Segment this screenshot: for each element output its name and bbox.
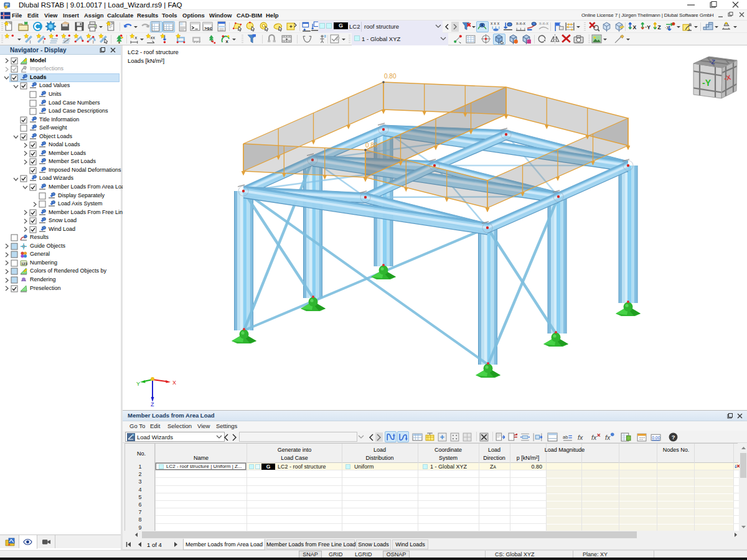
svg-text:X: X	[172, 380, 176, 386]
svg-text:Z: Z	[658, 24, 661, 30]
svg-text:x x x: x x x	[491, 21, 500, 26]
svg-text:0.80: 0.80	[365, 142, 378, 149]
svg-text:Loads [kN/m²]: Loads [kN/m²]	[128, 57, 164, 64]
svg-text:I: I	[43, 39, 44, 44]
svg-text:Z: Z	[151, 401, 154, 408]
svg-text:·X: ·X	[665, 25, 669, 30]
svg-text:-Z: -Z	[709, 58, 716, 65]
svg-text:x: x	[226, 39, 229, 44]
svg-text:·Y: ·Y	[646, 24, 651, 30]
svg-text:123: 123	[21, 261, 27, 265]
svg-text:X: X	[633, 24, 637, 30]
svg-text:fx: fx	[605, 434, 611, 441]
svg-text:fx: fx	[591, 434, 597, 441]
svg-text:Y: Y	[136, 381, 140, 387]
svg-text:x-x-x: x-x-x	[516, 21, 525, 26]
svg-text:ab: ab	[563, 434, 568, 440]
svg-text:fx: fx	[578, 434, 583, 441]
svg-text:LC2 - roof structure: LC2 - roof structure	[128, 49, 179, 55]
svg-text:?: ?	[672, 434, 675, 441]
svg-text:x: x	[135, 35, 138, 40]
svg-text:-Y: -Y	[702, 78, 712, 88]
svg-text:xx: xx	[150, 35, 155, 40]
svg-text:0.80: 0.80	[384, 73, 397, 80]
svg-text:x-x-x: x-x-x	[539, 21, 548, 26]
svg-text:I: I	[93, 39, 94, 44]
svg-text:>sc: >sc	[204, 26, 212, 31]
svg-text:I: I	[30, 39, 31, 44]
svg-text:0.00: 0.00	[652, 436, 660, 440]
